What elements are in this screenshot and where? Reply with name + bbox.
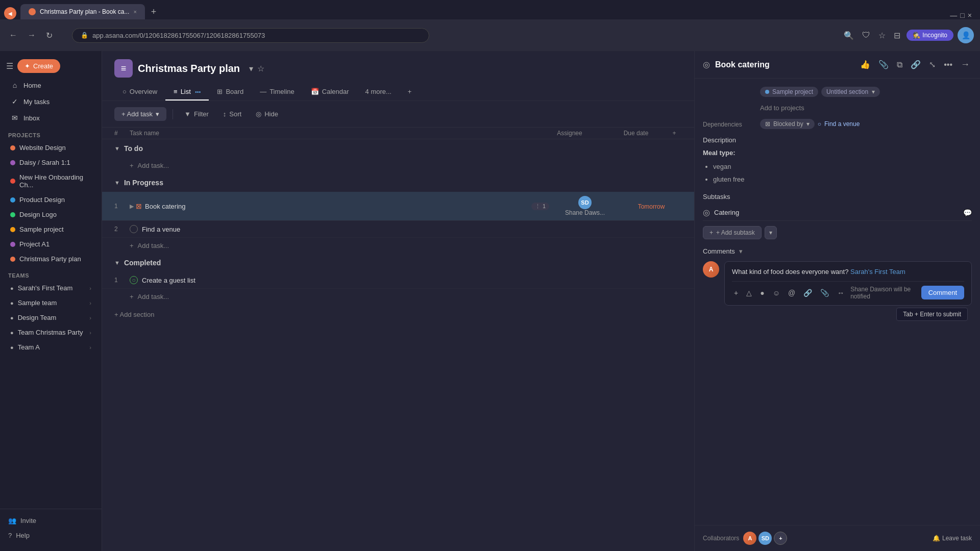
panel-label xyxy=(703,87,754,89)
more-button[interactable]: ••• xyxy=(942,58,954,71)
task-row-guest-list[interactable]: 1 ○ Create a guest list xyxy=(102,272,694,289)
plus-tool-button[interactable]: + xyxy=(732,288,740,298)
attachment-button[interactable]: 📎 xyxy=(876,58,891,71)
sidebar-item-home[interactable]: ⌂ Home xyxy=(2,78,100,93)
browser-back-button[interactable]: ◀ xyxy=(4,7,16,19)
blocked-by-badge[interactable]: ⊠ Blocked by ▾ xyxy=(760,119,815,129)
sidebar-project-new-hire[interactable]: New Hire Onboarding Ch... xyxy=(2,170,100,192)
task-row-book-catering[interactable]: 1 ▶ ⊠ Book catering ⋮ 1 SD Shane Daws...… xyxy=(102,192,694,221)
comment-submit-button[interactable]: Comment xyxy=(921,286,964,299)
add-task-button[interactable]: + Add task ▾ xyxy=(114,107,166,121)
active-tab[interactable]: Christmas Party plan - Book ca... × xyxy=(20,4,145,19)
add-subtask-button[interactable]: + + Add subtask xyxy=(703,226,762,239)
forward-button[interactable]: → xyxy=(24,29,39,42)
add-section-button[interactable]: + Add section xyxy=(102,305,694,324)
copy-button[interactable]: ⧉ xyxy=(895,58,904,71)
close-panel-button[interactable]: → xyxy=(959,57,972,72)
sidebar-item-my-tasks[interactable]: ✓ My tasks xyxy=(2,94,100,109)
maximize-button[interactable]: □ xyxy=(960,11,964,19)
project-dot xyxy=(10,197,15,203)
tab-board[interactable]: ⊞ Board xyxy=(209,84,252,101)
section-title-todo: To do xyxy=(124,144,143,153)
add-task-in-progress[interactable]: + Add task... xyxy=(102,238,694,254)
menu-icon[interactable]: ☰ xyxy=(6,61,13,71)
more-tool-button[interactable]: ↔ xyxy=(835,288,846,298)
subtask-dropdown-button[interactable]: ▾ xyxy=(765,226,777,239)
section-header-completed[interactable]: ▼ Completed xyxy=(102,254,694,272)
expand-button[interactable]: ⤡ xyxy=(927,58,938,71)
hide-button[interactable]: ◎ Hide xyxy=(251,107,283,121)
format-tool-button[interactable]: △ xyxy=(744,288,754,298)
filter-button[interactable]: ▼ Filter xyxy=(179,107,214,121)
add-task-completed[interactable]: + Add task... xyxy=(102,289,694,305)
shield-icon[interactable]: 🛡 xyxy=(860,29,872,42)
task-check-completed[interactable]: ○ xyxy=(130,276,138,284)
my-tasks-label: My tasks xyxy=(23,98,50,106)
create-button[interactable]: ✦ Create xyxy=(17,59,60,73)
close-window-button[interactable]: × xyxy=(968,11,972,19)
attachment-tool-button[interactable]: 📎 xyxy=(818,288,831,298)
add-to-projects-button[interactable]: Add to projects xyxy=(760,104,804,112)
star-icon[interactable]: ☆ xyxy=(876,29,888,42)
sidebar-team-sarahs-first[interactable]: ● Sarah's First Team › xyxy=(2,281,100,295)
tab-overview[interactable]: ○ Overview xyxy=(114,84,165,101)
sidebar-project-website-design-1[interactable]: Website Design xyxy=(2,141,100,155)
sort-label: Sort xyxy=(229,110,241,118)
tab-close-button[interactable]: × xyxy=(133,9,136,15)
sidebar-project-daisy-sarah[interactable]: Daisy / Sarah 1:1 xyxy=(2,156,100,169)
description-content: Meal type: vegan gluten free xyxy=(703,148,972,185)
col-add[interactable]: + xyxy=(667,130,682,137)
section-badge[interactable]: Untitled section ▾ xyxy=(821,87,880,97)
task-check[interactable] xyxy=(130,225,138,233)
tab-calendar[interactable]: 📅 Calendar xyxy=(303,84,357,101)
sidebar-project-design-logo[interactable]: Design Logo xyxy=(2,208,100,221)
help-button[interactable]: ? Help xyxy=(0,528,102,543)
smiley-tool-button[interactable]: ☺ xyxy=(771,288,782,298)
sidebar-team-christmas[interactable]: ● Team Christmas Party › xyxy=(2,325,100,339)
task-row-find-venue[interactable]: 2 Find a venue xyxy=(102,221,694,238)
address-bar[interactable]: 🔒 app.asana.com/0/1206182861755067/12061… xyxy=(72,28,429,43)
leave-task-button[interactable]: 🔔 Leave task xyxy=(933,535,972,542)
split-icon[interactable]: ⊟ xyxy=(892,29,902,42)
section-header-todo[interactable]: ▼ To do xyxy=(102,139,694,158)
sidebar-project-product-design[interactable]: Product Design xyxy=(2,193,100,207)
at-tool-button[interactable]: @ xyxy=(786,288,797,298)
sidebar-team-design[interactable]: ● Design Team › xyxy=(2,311,100,324)
tab-timeline[interactable]: — Timeline xyxy=(252,84,303,101)
profile-avatar[interactable]: 👤 xyxy=(958,27,974,43)
team-icon: ● xyxy=(10,300,14,306)
star-icon[interactable]: ☆ xyxy=(257,64,264,73)
sidebar-project-project-a1[interactable]: Project A1 xyxy=(2,237,100,251)
back-button[interactable]: ← xyxy=(6,29,20,42)
find-venue-badge[interactable]: ○ Find a venue xyxy=(818,120,860,128)
sidebar-project-sample[interactable]: Sample project xyxy=(2,222,100,236)
sidebar-team-sample[interactable]: ● Sample team › xyxy=(2,296,100,310)
like-button[interactable]: 👍 xyxy=(858,58,872,71)
minimize-button[interactable]: — xyxy=(950,11,957,19)
subtask-catering[interactable]: ◎ Catering 💬 xyxy=(703,205,972,221)
browser-tabs: ◀ Christmas Party plan - Book ca... × + … xyxy=(0,0,980,19)
refresh-button[interactable]: ↻ xyxy=(43,29,56,42)
new-tab-button[interactable]: + xyxy=(147,5,161,19)
sidebar-item-inbox[interactable]: ✉ Inbox xyxy=(2,110,100,126)
sidebar-project-christmas[interactable]: Christmas Party plan xyxy=(2,252,100,266)
add-task-todo[interactable]: + Add task... xyxy=(102,158,694,173)
search-icon[interactable]: 🔍 xyxy=(842,29,856,42)
expand-icon[interactable]: ▶ xyxy=(130,203,134,210)
task-status-icon[interactable]: ◎ xyxy=(703,60,710,69)
link-tool-button[interactable]: 🔗 xyxy=(801,288,814,298)
invite-button[interactable]: 👥 Invite xyxy=(0,513,102,528)
incognito-button[interactable]: 🕵 Incognito xyxy=(906,30,953,41)
emoji-tool-button[interactable]: ● xyxy=(758,288,766,298)
sort-button[interactable]: ↕ Sort xyxy=(218,107,247,121)
tab-more[interactable]: 4 more... xyxy=(357,84,400,101)
dropdown-icon[interactable]: ▾ xyxy=(249,64,253,73)
tab-add[interactable]: + xyxy=(400,84,420,101)
tab-list[interactable]: ≡ List ••• xyxy=(165,84,209,101)
project-badge[interactable]: Sample project xyxy=(760,87,818,97)
link-button[interactable]: 🔗 xyxy=(909,58,923,71)
section-header-in-progress[interactable]: ▼ In Progress xyxy=(102,173,694,192)
comments-header[interactable]: Comments ▾ xyxy=(703,247,972,255)
collab-avatar-add[interactable]: + xyxy=(774,532,787,545)
sidebar-team-a[interactable]: ● Team A › xyxy=(2,340,100,354)
